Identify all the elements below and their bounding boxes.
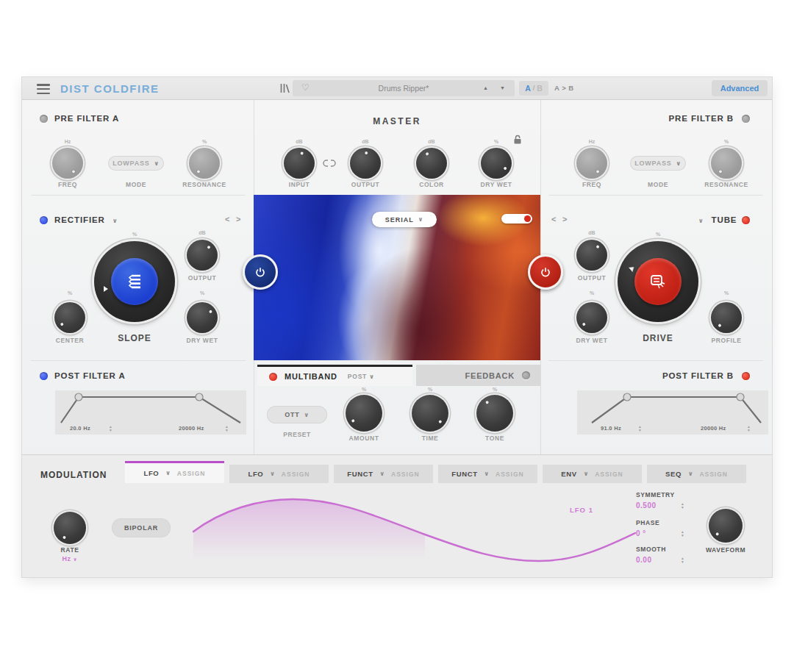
tab-feedback[interactable]: FEEDBACK	[416, 365, 540, 386]
lfo-waveform-knob[interactable]	[709, 509, 743, 543]
mode-value: LOWPASS	[112, 160, 149, 167]
rectifier-drywet-knob[interactable]	[187, 302, 218, 333]
prev-model-arrow[interactable]: <	[551, 215, 556, 224]
drywet-label: DRY WET	[481, 181, 512, 188]
tube-type-dropdown[interactable]: ∨ TUBE	[698, 215, 737, 224]
multiband-preset-dropdown[interactable]: OTT ∨	[267, 406, 327, 423]
multiband-tone-knob[interactable]	[476, 395, 513, 432]
next-model-arrow[interactable]: >	[562, 215, 567, 224]
pre-filter-b-mode-dropdown[interactable]: LOWPASS ∨	[630, 156, 686, 171]
tube-profile-knob[interactable]	[711, 302, 742, 333]
lfo-rate-knob[interactable]	[54, 512, 86, 544]
assign-button[interactable]: ASSIGN	[496, 471, 524, 478]
post-filter-a-graph[interactable]: 20.0 Hz ▴▾ 20000 Hz ▴▾	[55, 390, 246, 435]
chevron-down-icon: ∨	[676, 160, 682, 167]
low-cut-value[interactable]: 20.0 Hz	[70, 425, 90, 432]
multiband-led[interactable]	[269, 373, 277, 381]
tube-output-knob[interactable]	[576, 240, 607, 271]
tube-drive-knob[interactable]	[618, 241, 698, 322]
prev-model-arrow[interactable]: <	[225, 215, 229, 224]
routing-toggle[interactable]	[501, 214, 532, 224]
tube-drywet-knob[interactable]	[576, 302, 607, 333]
drywet-label: DRY WET	[576, 337, 608, 344]
pre-filter-a-freq-knob[interactable]	[52, 148, 83, 179]
profile-label: PROFILE	[711, 337, 741, 344]
low-cut-value[interactable]: 91.0 Hz	[601, 425, 621, 432]
mode-value: LOWPASS	[634, 160, 671, 167]
link-icon[interactable]	[322, 159, 337, 168]
post-filter-b-graph[interactable]: 91.0 Hz ▴▾ 20000 Hz ▴▾	[577, 390, 768, 435]
rate-unit-dropdown[interactable]: Hz ∨	[62, 555, 78, 562]
mod-tab-seq[interactable]: SEQ∨ ASSIGN	[647, 465, 746, 483]
library-icon[interactable]	[279, 83, 291, 93]
output-unit: dB	[198, 230, 205, 235]
post-filter-b-title: POST FILTER B	[662, 371, 734, 380]
mod-tab-funct1[interactable]: FUNCT∨ ASSIGN	[334, 465, 433, 483]
mod-tab-lfo2[interactable]: LFO∨ ASSIGN	[229, 465, 329, 483]
preset-name[interactable]: Drums Ripper*	[379, 84, 429, 93]
heart-icon[interactable]: ♡	[301, 82, 310, 93]
smooth-value[interactable]: 0.00	[636, 556, 651, 564]
ab-toggle[interactable]: A / B	[519, 81, 548, 96]
high-cut-value[interactable]: 20000 Hz	[179, 425, 204, 432]
assign-button[interactable]: ASSIGN	[391, 471, 420, 478]
symmetry-value[interactable]: 0.500	[636, 501, 657, 510]
next-model-arrow[interactable]: >	[236, 215, 240, 224]
side-a-power-button[interactable]	[243, 254, 278, 290]
master-drywet-knob[interactable]	[481, 148, 512, 179]
multiband-position-dropdown[interactable]: POST ∨	[348, 373, 375, 380]
side-b-power-button[interactable]	[528, 254, 563, 290]
mod-tab-env[interactable]: ENV∨ ASSIGN	[543, 465, 642, 483]
pre-filter-a-resonance-knob[interactable]	[189, 148, 220, 179]
power-icon	[254, 266, 266, 278]
routing-mode-dropdown[interactable]: SERIAL ∨	[372, 212, 437, 227]
preset-next-icon[interactable]: ▼	[500, 85, 505, 90]
chevron-down-icon: ∨	[484, 471, 490, 477]
phase-value[interactable]: 0 °	[636, 529, 646, 537]
pre-filter-a-led[interactable]	[40, 115, 48, 123]
filter-handle[interactable]	[75, 393, 82, 401]
filter-handle[interactable]	[196, 393, 203, 401]
pre-filter-b-freq-knob[interactable]	[576, 148, 607, 179]
preset-prev-icon[interactable]: ▲	[483, 85, 488, 90]
rectifier-type-dropdown[interactable]: RECTIFIER ∨	[54, 215, 118, 224]
rectifier-slope-knob[interactable]	[94, 241, 175, 322]
post-filter-a-led[interactable]	[40, 372, 48, 380]
filter-handle[interactable]	[737, 393, 744, 401]
lfo-waveform-display[interactable]	[190, 487, 638, 570]
feedback-led[interactable]	[522, 371, 530, 379]
filter-handle[interactable]	[623, 393, 631, 401]
mod-tab-lfo1[interactable]: LFO∨ ASSIGN	[125, 461, 224, 483]
advanced-button[interactable]: Advanced	[712, 80, 768, 96]
rectifier-output-knob[interactable]	[187, 240, 218, 271]
master-color-knob[interactable]	[416, 148, 447, 179]
hamburger-menu-icon[interactable]	[37, 82, 50, 96]
assign-button[interactable]: ASSIGN	[699, 471, 728, 478]
multiband-amount-knob[interactable]	[346, 395, 382, 432]
lfo-name-badge: LFO 1	[570, 506, 593, 514]
post-filter-b-led[interactable]	[742, 372, 750, 380]
tube-led[interactable]	[742, 216, 750, 224]
rectifier-center-knob[interactable]	[54, 302, 85, 333]
master-output-knob[interactable]	[350, 148, 381, 179]
ab-toggle-b[interactable]: B	[537, 84, 543, 93]
pre-filter-b-resonance-knob[interactable]	[711, 148, 742, 179]
bipolar-button[interactable]: BIPOLAR	[112, 518, 171, 537]
assign-button[interactable]: ASSIGN	[595, 471, 623, 478]
multiband-time-knob[interactable]	[412, 395, 448, 432]
mod-tab-funct2[interactable]: FUNCT∨ ASSIGN	[438, 465, 537, 483]
preset-browser-bar[interactable]: ♡ Drums Ripper* ▲ ▼	[293, 80, 515, 96]
pre-filter-b-led[interactable]	[742, 115, 750, 123]
lock-icon[interactable]	[513, 135, 522, 145]
ab-toggle-a[interactable]: A	[525, 84, 531, 93]
toggle-dot	[524, 215, 531, 222]
master-input-knob[interactable]	[284, 148, 315, 179]
copy-a-to-b-button[interactable]: A > B	[554, 84, 574, 92]
pre-filter-a-mode-dropdown[interactable]: LOWPASS ∨	[108, 156, 164, 171]
rectifier-led[interactable]	[40, 216, 48, 224]
chevron-down-icon: ∨	[154, 160, 160, 167]
assign-button[interactable]: ASSIGN	[282, 471, 310, 478]
assign-button[interactable]: ASSIGN	[177, 470, 206, 477]
tab-multiband[interactable]: MULTIBAND POST ∨	[257, 365, 412, 386]
high-cut-value[interactable]: 20000 Hz	[701, 425, 726, 432]
